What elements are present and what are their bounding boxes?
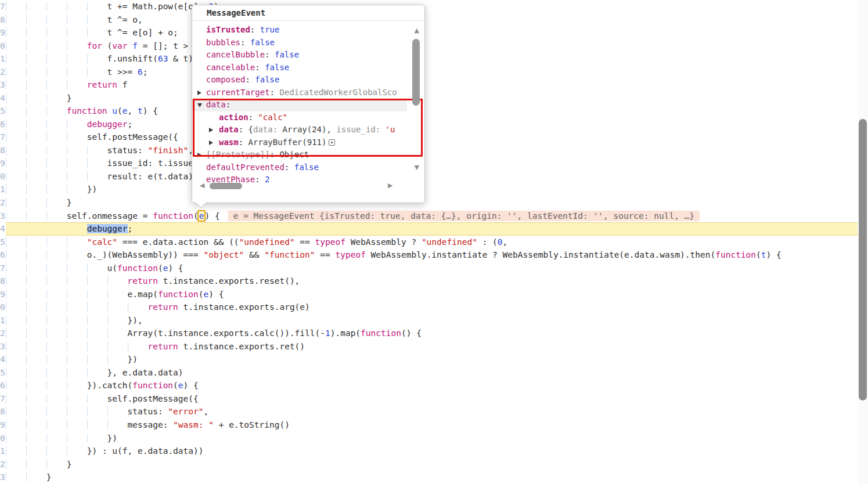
code-line[interactable]: 9 message: "wasm: " + e.toString() — [0, 418, 858, 432]
code-line[interactable]: 6 debugger; — [0, 118, 858, 131]
code-line[interactable]: 7 self.postMessage({ — [0, 131, 858, 144]
expand-arrow-icon[interactable] — [209, 128, 213, 132]
line-number[interactable]: 0 — [0, 432, 6, 445]
line-number[interactable]: 1 — [0, 183, 6, 196]
line-number[interactable]: 8 — [0, 405, 6, 418]
line-number[interactable]: 8 — [0, 144, 6, 157]
code-line[interactable]: 8 return t.instance.exports.reset(), — [0, 274, 858, 288]
code-line[interactable]: 5 }, e.data.data) — [0, 366, 858, 380]
code-line[interactable]: 6 o._)(WebAssembly)) === "object" && "fu… — [0, 248, 858, 262]
property-row[interactable]: action: "calc" — [192, 111, 407, 124]
line-number[interactable]: 5 — [0, 236, 6, 249]
line-number[interactable]: 7 — [0, 392, 6, 406]
property-row[interactable]: bubbles: false — [192, 37, 407, 49]
code-line[interactable]: 0 }) — [0, 432, 858, 445]
code-line[interactable]: 8 t ^= o, — [0, 13, 858, 27]
code-line[interactable]: 2 t >>= 6; — [0, 66, 858, 79]
line-number[interactable]: 9 — [0, 157, 6, 170]
code-line[interactable]: 3 return f — [0, 78, 858, 92]
scroll-up-icon[interactable]: ▲ — [415, 27, 419, 34]
line-number[interactable]: 6 — [0, 248, 6, 262]
code-line[interactable]: 0 for (var f = []; t > 0;) — [0, 39, 858, 53]
line-number[interactable]: 4 — [0, 353, 6, 366]
code-line[interactable]: 0 result: e(t.data) — [0, 170, 858, 183]
code-line[interactable]: 8 status: "error", — [0, 405, 858, 418]
code-line[interactable]: 7 t += Math.pow(e[o], 3) — [0, 0, 858, 13]
line-number[interactable]: 8 — [0, 274, 6, 288]
scroll-down-icon[interactable]: ▼ — [415, 164, 419, 171]
line-number[interactable]: 2 — [0, 66, 6, 79]
line-number[interactable]: 6 — [0, 118, 6, 131]
collapse-arrow-icon[interactable] — [197, 103, 202, 107]
expand-arrow-icon[interactable] — [197, 153, 201, 157]
line-number[interactable]: 9 — [0, 288, 6, 301]
code-line-paused[interactable]: 4 debugger; — [0, 222, 858, 236]
line-number[interactable]: 9 — [0, 418, 6, 432]
expand-arrow-icon[interactable] — [197, 91, 201, 95]
line-number[interactable]: 7 — [0, 0, 6, 13]
code-line[interactable]: 2 } — [0, 458, 858, 471]
page-scrollbar-thumb[interactable] — [859, 119, 867, 400]
code-line[interactable]: 4 }) — [0, 353, 858, 366]
scroll-right-icon[interactable]: ▶ — [388, 182, 392, 189]
code-line[interactable]: 4 } — [0, 92, 858, 105]
code-line[interactable]: 3 self.onmessage = function(e) {e = Mess… — [0, 210, 858, 223]
line-number[interactable]: 2 — [0, 327, 6, 340]
line-number[interactable]: 1 — [0, 314, 6, 327]
line-number[interactable]: 7 — [0, 131, 6, 144]
line-number[interactable]: 5 — [0, 366, 6, 380]
code-line[interactable]: 9 t ^= e[o] + o; — [0, 26, 858, 39]
property-row[interactable]: wasm: ArrayBuffer(911) — [192, 136, 407, 149]
code-line[interactable]: 7 u(function(e) { — [0, 262, 858, 275]
code-line[interactable]: 2 Array(t.instance.exports.calc()).fill(… — [0, 327, 858, 340]
code-line[interactable]: 8 status: "finish", — [0, 144, 858, 157]
property-row[interactable]: data: — [192, 99, 407, 111]
code-line[interactable]: 1 }) : u(f, e.data.data)) — [0, 445, 858, 458]
property-row[interactable]: [[Prototype]]: Object — [192, 149, 407, 161]
property-row[interactable]: currentTarget: DedicatedWorkerGlobalSco — [192, 86, 407, 99]
property-row[interactable]: composed: false — [192, 74, 407, 86]
line-number[interactable]: 3 — [0, 471, 6, 484]
code-line[interactable]: 0 return t.instance.exports.arg(e) — [0, 301, 858, 314]
popup-horizontal-scrollbar-thumb[interactable] — [210, 183, 242, 189]
line-number[interactable]: 9 — [0, 26, 6, 39]
code-line[interactable]: 6 }).catch(function(e) { — [0, 379, 858, 392]
line-number[interactable]: 1 — [0, 445, 6, 458]
code-line[interactable]: 2 } — [0, 196, 858, 210]
page-scrollbar[interactable] — [858, 0, 868, 484]
code-line[interactable]: 1 }), — [0, 314, 858, 327]
code-line[interactable]: 9 e.map(function(e) { — [0, 288, 858, 301]
property-row[interactable]: isTrusted: true — [192, 24, 407, 37]
code-line[interactable]: 5 "calc" === e.data.action && (("undefin… — [0, 236, 858, 249]
memory-inspector-icon[interactable] — [329, 139, 335, 146]
line-number[interactable]: 3 — [0, 340, 6, 353]
line-number[interactable]: 8 — [0, 13, 6, 27]
code-line[interactable]: 9 issue_id: t.issue_id, — [0, 157, 858, 170]
line-number[interactable]: 5 — [0, 104, 6, 118]
code-line[interactable]: 5 function u(e, t) { — [0, 104, 858, 118]
line-number[interactable]: 3 — [0, 210, 6, 223]
line-number[interactable]: 0 — [0, 170, 6, 183]
line-number[interactable]: 1 — [0, 52, 6, 66]
line-number[interactable]: 2 — [0, 458, 6, 471]
popup-vertical-scrollbar-thumb[interactable] — [412, 39, 420, 106]
property-row[interactable]: defaultPrevented: false — [192, 161, 407, 174]
scroll-left-icon[interactable]: ◀ — [200, 182, 204, 189]
line-number[interactable]: 4 — [0, 222, 6, 236]
property-row[interactable]: data: {data: Array(24), issue_id: 'u — [192, 124, 407, 136]
line-number[interactable]: 6 — [0, 379, 6, 392]
line-number[interactable]: 3 — [0, 78, 6, 92]
code-line[interactable]: 3 } — [0, 471, 858, 484]
line-number[interactable]: 7 — [0, 262, 6, 275]
line-number[interactable]: 0 — [0, 39, 6, 53]
line-number[interactable]: 2 — [0, 196, 6, 210]
code-line[interactable]: 1 f.unshift(63 & t), — [0, 52, 858, 66]
property-row[interactable]: cancelable: false — [192, 62, 407, 74]
property-row[interactable]: cancelBubble: false — [192, 49, 407, 62]
line-number[interactable]: 4 — [0, 92, 6, 105]
line-number[interactable]: 0 — [0, 301, 6, 314]
code-line[interactable]: 1 }) — [0, 183, 858, 196]
expand-arrow-icon[interactable] — [209, 140, 213, 145]
code-line[interactable]: 3 return t.instance.exports.ret() — [0, 340, 858, 353]
code-line[interactable]: 7 self.postMessage({ — [0, 392, 858, 406]
